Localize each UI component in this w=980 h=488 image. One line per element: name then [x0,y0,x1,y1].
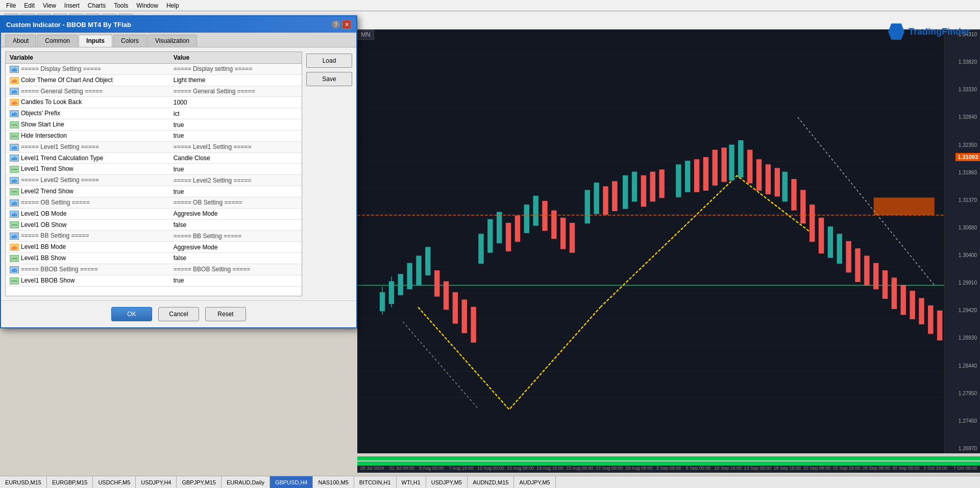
variable-cell: ~~Level2 Trend Show [6,186,169,197]
table-row[interactable]: ab===== Level1 Setting ========== Level1… [6,141,302,152]
icon-ab: ab [10,144,19,151]
tab-colors[interactable]: Colors [113,35,146,47]
icon-zz: ~~ [10,277,19,285]
value-cell[interactable]: true [169,119,302,131]
variable-cell: ab===== BBOB Setting ===== [6,264,169,275]
icon-ab: ab [10,110,19,117]
variable-cell: abLevel1 OB Mode [6,208,169,219]
icon-zz: ~~ [10,166,19,173]
table-row[interactable]: abLevel1 BB ModeAggresive Mode [6,242,302,253]
value-cell[interactable]: 1000 [169,97,302,108]
variable-cell: ~~Level1 BBOB Show [6,275,169,286]
variable-cell: ab===== General Setting ===== [6,86,169,97]
ok-button[interactable]: OK [111,307,152,321]
value-cell[interactable]: true [169,130,302,141]
load-button[interactable]: Load [306,54,352,68]
variable-cell: ~~Level1 OB Show [6,219,169,230]
content-area: Variable Value ab===== Display Setting =… [5,52,352,296]
dialog-content: Variable Value ab===== Display Setting =… [1,47,356,300]
table-row[interactable]: ~~Show Start Linetrue [6,119,302,131]
icon-ab: ab [10,177,19,184]
value-cell[interactable]: Aggresive Mode [169,242,302,253]
value-cell[interactable]: ict [169,108,302,119]
params-table-container[interactable]: Variable Value ab===== Display Setting =… [5,52,302,296]
variable-cell: ab===== Level2 Setting ===== [6,175,169,186]
table-row[interactable]: ab===== OB Setting ========== OB Setting… [6,197,302,208]
col-variable: Variable [6,52,169,64]
tab-inputs[interactable]: Inputs [79,35,112,47]
indicator-dialog: Custom Indicator - BBOB MT4 By TFlab ? ✕… [0,15,357,328]
table-row[interactable]: ~~Level1 Trend Showtrue [6,164,302,175]
table-row[interactable]: ab===== BBOB Setting ========== BBOB Set… [6,264,302,275]
value-cell[interactable]: false [169,219,302,230]
icon-zz: ~~ [10,133,19,140]
params-table: Variable Value ab===== Display Setting =… [6,52,302,287]
icon-zz: ~~ [10,188,19,195]
variable-cell: ab===== Level1 Setting ===== [6,141,169,152]
icon-ct: ab [10,244,19,251]
icon-ab: ab [10,211,19,218]
table-row[interactable]: abCandles To Look Back1000 [6,97,302,108]
dialog-tabs: About Common Inputs Colors Visualization [1,33,356,47]
icon-ab: ab [10,199,19,207]
table-row[interactable]: ab===== Display Setting ========== Displ… [6,64,302,75]
table-row[interactable]: abColor Theme Of Chart And ObjectLight t… [6,74,302,86]
value-cell: ===== BB Setting ===== [169,230,302,242]
save-button[interactable]: Save [306,72,352,86]
help-button[interactable]: ? [332,20,340,29]
value-cell[interactable]: Aggresive Mode [169,208,302,219]
value-cell[interactable]: true [169,186,302,197]
value-cell[interactable]: Light theme [169,74,302,86]
table-row[interactable]: abLevel1 OB ModeAggresive Mode [6,208,302,219]
table-row[interactable]: ~~Level2 Trend Showtrue [6,186,302,197]
variable-cell: ab===== BB Setting ===== [6,230,169,242]
variable-cell: abObjects' Prefix [6,108,169,119]
table-row[interactable]: ~~Level1 OB Showfalse [6,219,302,230]
icon-ab: ab [10,88,19,95]
value-cell: ===== Display setting ===== [169,64,302,75]
variable-cell: ~~Level1 Trend Show [6,164,169,175]
value-cell[interactable]: Candle Close [169,152,302,164]
table-row[interactable]: ab===== BB Setting ========== BB Setting… [6,230,302,242]
table-row[interactable]: ~~Level1 BB Showfalse [6,253,302,264]
title-controls: ? ✕ [332,20,351,29]
value-cell: ===== General Setting ===== [169,86,302,97]
icon-zz: ~~ [10,121,19,129]
cancel-button[interactable]: Cancel [158,307,199,321]
icon-zz: ~~ [10,221,19,228]
side-actions: Load Save [306,52,352,296]
variable-cell: ~~Show Start Line [6,119,169,131]
reset-button[interactable]: Reset [205,307,246,321]
table-row[interactable]: ab===== Level2 Setting ========== Level2… [6,175,302,186]
dialog-overlay: Custom Indicator - BBOB MT4 By TFlab ? ✕… [0,0,980,488]
icon-zz: ~~ [10,255,19,262]
value-cell: ===== Level2 Setting ===== [169,175,302,186]
variable-cell: ab===== OB Setting ===== [6,197,169,208]
table-row[interactable]: abLevel1 Trend Calculation TypeCandle Cl… [6,152,302,164]
col-value: Value [169,52,302,64]
close-button[interactable]: ✕ [342,20,351,29]
icon-ab: ab [10,266,19,273]
variable-cell: abCandles To Look Back [6,97,169,108]
dialog-title: Custom Indicator - BBOB MT4 By TFlab [6,21,131,29]
variable-cell: abColor Theme Of Chart And Object [6,74,169,86]
tab-visualization[interactable]: Visualization [148,35,197,47]
variable-cell: abLevel1 Trend Calculation Type [6,152,169,164]
dialog-footer: OK Cancel Reset [1,300,356,327]
tab-about[interactable]: About [5,35,36,47]
value-cell[interactable]: true [169,275,302,286]
icon-ab: ab [10,233,19,240]
value-cell[interactable]: true [169,164,302,175]
table-row[interactable]: ~~Level1 BBOB Showtrue [6,275,302,286]
variable-cell: ~~Hide Intersection [6,130,169,141]
icon-ct: ab [10,99,19,106]
table-row[interactable]: ~~Hide Intersectiontrue [6,130,302,141]
variable-cell: abLevel1 BB Mode [6,242,169,253]
variable-cell: ab===== Display Setting ===== [6,64,169,75]
icon-ct: ab [10,77,19,84]
tab-common[interactable]: Common [37,35,78,47]
value-cell[interactable]: false [169,253,302,264]
table-row[interactable]: abObjects' Prefixict [6,108,302,119]
table-row[interactable]: ab===== General Setting ========== Gener… [6,86,302,97]
value-cell: ===== BBOB Setting ===== [169,264,302,275]
